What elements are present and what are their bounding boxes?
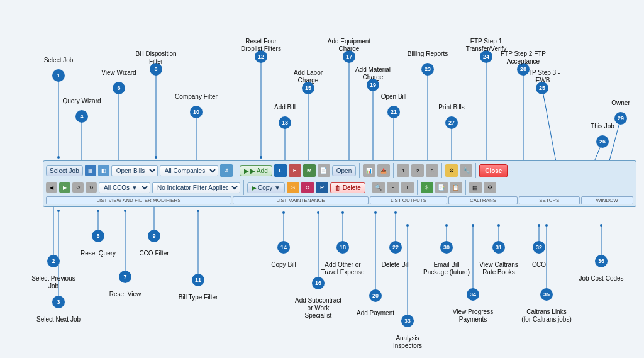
- svg-point-63: [538, 224, 540, 227]
- open-bills-select[interactable]: Open Bills: [111, 165, 158, 176]
- annotation-label-8: Bill Disposition Filter: [131, 50, 181, 65]
- annotation-badge-10: 10: [190, 106, 203, 118]
- annotation-badge-18: 18: [336, 241, 349, 254]
- annotation-badge-33: 33: [401, 315, 414, 327]
- annotation-label-17: Add Equipment Charge: [324, 38, 374, 53]
- copy-btn[interactable]: ▶ Copy ▼: [247, 182, 285, 193]
- annotation-badge-26: 26: [596, 135, 609, 148]
- annotation-badge-1: 1: [52, 69, 65, 82]
- annotation-label-15: Add Labor Charge: [283, 69, 333, 84]
- list-maintenance-section-label: LIST MAINTENANCE: [233, 196, 369, 204]
- annotation-label-32: CCO: [514, 261, 564, 269]
- annotation-label-14: Copy Bill: [258, 261, 309, 269]
- annotation-label-20: Add Payment: [350, 310, 401, 317]
- annotation-label-6: View Wizard: [94, 69, 144, 77]
- annotation-label-23: Billing Reports: [402, 50, 453, 58]
- annotation-badge-7: 7: [119, 271, 131, 283]
- annotation-badge-31: 31: [492, 241, 505, 254]
- annotation-badge-16: 16: [312, 277, 325, 289]
- svg-point-39: [374, 211, 377, 214]
- svg-point-67: [472, 224, 474, 227]
- setups-section-label: SETUPS: [519, 196, 580, 204]
- open-btn[interactable]: Open: [332, 165, 356, 176]
- annotation-badge-9: 9: [148, 230, 160, 242]
- svg-point-15: [155, 156, 157, 159]
- annotation-label-12: Reset Four Droplist Filters: [236, 38, 286, 53]
- annotation-label-7: Reset View: [100, 291, 150, 298]
- list-outputs-section-label: LIST OUTPUTS: [370, 196, 447, 204]
- delete-btn[interactable]: 🗑 Delete: [330, 182, 365, 193]
- annotation-badge-14: 14: [277, 241, 290, 254]
- annotation-badge-34: 34: [467, 288, 479, 301]
- annotation-badge-30: 30: [440, 241, 453, 254]
- annotation-badge-4: 4: [75, 110, 88, 123]
- annotation-label-11: Bill Type Filter: [173, 294, 223, 301]
- svg-point-65: [406, 224, 409, 227]
- annotation-badge-22: 22: [389, 241, 402, 254]
- all-ccos-select[interactable]: All CCOs ▼: [99, 182, 150, 193]
- annotation-badge-2: 2: [47, 255, 60, 267]
- annotation-label-33: Analysis Inspectors: [382, 335, 433, 350]
- annotation-label-19: Add Material Charge: [348, 66, 398, 81]
- list-view-section-label: LIST VIEW AND FILTER MODIFIERS: [46, 196, 231, 204]
- all-companies-select[interactable]: All Companies: [160, 165, 218, 176]
- annotation-label-4: Query Wizard: [57, 98, 107, 105]
- svg-point-5: [57, 210, 60, 212]
- annotation-label-1: Select Job: [33, 57, 84, 64]
- annotation-label-35: Caltrans Links (for Caltrans jobs): [521, 308, 572, 323]
- annotation-badge-20: 20: [369, 289, 382, 302]
- caltrans-section-label: CALTRANS: [448, 196, 518, 204]
- close-btn[interactable]: Close: [479, 164, 508, 177]
- svg-point-13: [124, 210, 126, 212]
- svg-point-9: [97, 210, 99, 212]
- annotation-badge-36: 36: [595, 255, 608, 267]
- svg-point-61: [497, 224, 500, 227]
- annotation-label-18: Add Other or Travel Expense: [318, 261, 368, 276]
- indicator-filter-select[interactable]: No Indicator Filter Applied: [152, 182, 240, 193]
- svg-point-31: [317, 211, 319, 214]
- svg-point-27: [282, 211, 285, 214]
- annotation-label-29: Owner: [596, 99, 644, 107]
- annotation-badge-11: 11: [192, 274, 204, 286]
- annotation-label-28: FTP Step 2 FTP Acceptance: [498, 50, 548, 65]
- annotation-label-34: View Progress Payments: [448, 308, 498, 323]
- annotation-badge-32: 32: [533, 241, 545, 254]
- svg-point-43: [394, 211, 397, 214]
- annotation-label-5: Reset Query: [73, 250, 123, 257]
- annotation-badge-27: 27: [445, 116, 458, 129]
- annotation-badge-29: 29: [614, 112, 627, 125]
- add-btn[interactable]: ▶ ▶ Add: [240, 165, 272, 176]
- annotation-label-36: Job Cost Codes: [576, 275, 626, 282]
- annotation-label-30: Email Bill Package (future): [421, 261, 472, 276]
- annotation-badge-23: 23: [421, 63, 434, 76]
- annotation-label-3: Select Next Job: [33, 316, 84, 323]
- svg-point-1: [57, 156, 60, 159]
- annotation-badge-6: 6: [113, 82, 125, 94]
- annotation-label-10: Company Filter: [171, 93, 221, 101]
- annotation-badge-35: 35: [540, 288, 553, 301]
- annotation-label-27: Print Bills: [426, 104, 477, 111]
- svg-point-21: [197, 210, 199, 212]
- annotation-badge-3: 3: [52, 296, 65, 308]
- annotation-label-21: Open Bill: [369, 93, 419, 101]
- annotation-badge-21: 21: [387, 106, 400, 118]
- select-job-btn[interactable]: Select Job: [46, 165, 83, 176]
- svg-point-69: [545, 224, 548, 227]
- annotation-badge-13: 13: [279, 116, 291, 129]
- annotation-label-16: Add Subcontract or Work Specialist: [293, 297, 343, 320]
- svg-point-23: [260, 156, 262, 159]
- svg-point-35: [341, 211, 344, 214]
- annotation-label-2: Select Previous Job: [28, 275, 79, 290]
- annotation-label-9: CCO Filter: [129, 250, 179, 257]
- svg-point-71: [600, 224, 602, 227]
- annotation-label-22: Delete Bill: [370, 261, 421, 269]
- svg-point-59: [445, 224, 448, 227]
- annotation-label-13: Add Bill: [260, 104, 310, 111]
- window-section-label: WINDOW: [581, 196, 633, 204]
- annotation-badge-5: 5: [92, 230, 104, 242]
